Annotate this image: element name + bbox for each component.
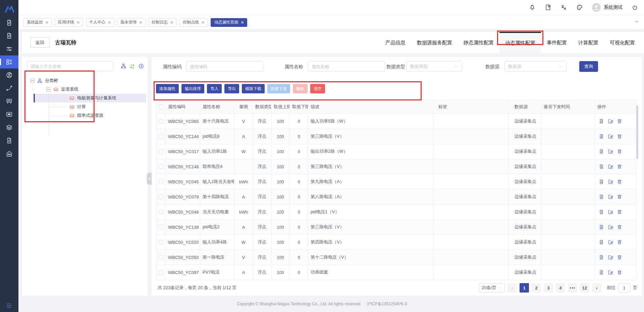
dispatch-icon[interactable] <box>599 164 604 169</box>
row-checkbox[interactable] <box>159 225 163 229</box>
table-scrollbar[interactable] <box>636 105 638 159</box>
action-button-0[interactable]: 添加属性 <box>156 84 179 93</box>
theme-palette-icon[interactable] <box>576 4 583 11</box>
page-ellipsis[interactable]: ••• <box>568 283 577 293</box>
tabs-collapse-chevron-icon[interactable] <box>634 19 639 24</box>
dispatch-icon[interactable] <box>599 239 604 245</box>
action-button-3[interactable]: 导出 <box>224 84 239 93</box>
attr-code-input[interactable] <box>186 61 263 72</box>
sidebar-item-menu-user-add[interactable] <box>0 69 18 82</box>
power-icon[interactable] <box>632 4 638 11</box>
row-checkbox[interactable] <box>159 179 163 184</box>
dispatch-icon[interactable] <box>599 194 604 199</box>
config-nav-tab-5[interactable]: 计算配置 <box>573 32 604 53</box>
edit-icon[interactable] <box>608 134 613 139</box>
open-tab-3[interactable]: 版本管理✕ <box>117 18 146 27</box>
edit-icon[interactable] <box>608 119 613 124</box>
sidebar-item-menu-doc-2[interactable] <box>0 29 18 42</box>
close-icon[interactable]: ✕ <box>201 20 205 25</box>
config-nav-tab-1[interactable]: 数据源服务配置 <box>411 32 458 53</box>
config-nav-tab-4[interactable]: 事件配置 <box>541 32 573 53</box>
sidebar-item-menu-layers[interactable] <box>0 121 18 134</box>
row-checkbox[interactable] <box>159 270 163 275</box>
delete-icon[interactable] <box>617 149 622 154</box>
row-checkbox[interactable] <box>159 240 163 244</box>
delete-icon[interactable] <box>617 134 622 139</box>
page-button-3[interactable]: 3 <box>544 283 553 293</box>
row-checkbox[interactable] <box>159 134 163 139</box>
tree-node-0[interactable]: 分类树 <box>22 76 148 85</box>
username[interactable]: 系统测试 <box>604 4 623 10</box>
close-icon[interactable]: ✕ <box>139 20 142 25</box>
prev-page-button[interactable]: ‹ <box>507 283 517 293</box>
close-icon[interactable]: ✕ <box>170 20 173 25</box>
edit-icon[interactable] <box>608 209 613 215</box>
back-button[interactable]: 返回 <box>30 37 50 48</box>
goto-page-input[interactable] <box>618 283 630 293</box>
sidebar-item-menu-grid[interactable] <box>0 55 18 69</box>
edit-icon[interactable] <box>608 270 613 275</box>
tree-node-2[interactable]: 电能测量与计量系统 <box>22 94 148 102</box>
row-checkbox[interactable] <box>159 164 163 169</box>
tree-node-1[interactable]: 逆变系统 <box>22 85 148 94</box>
sidebar-item-menu-billboard[interactable] <box>0 95 18 108</box>
page-button-12[interactable]: 12 <box>580 283 589 293</box>
avatar[interactable] <box>592 3 601 12</box>
query-button[interactable]: 查询 <box>579 61 598 72</box>
delete-icon[interactable] <box>617 119 622 124</box>
edit-icon[interactable] <box>608 194 613 199</box>
page-button-4[interactable]: 4 <box>556 283 565 293</box>
close-icon[interactable]: ✕ <box>45 20 49 25</box>
config-nav-tab-6[interactable]: 可视化配置 <box>604 32 641 53</box>
collapse-expander-icon[interactable] <box>30 79 35 83</box>
action-button-4[interactable]: 模版下载 <box>242 84 265 93</box>
open-tab-6[interactable]: 动态属性页面✕ <box>211 18 247 27</box>
data-source-select[interactable]: 数据源 <box>504 61 567 72</box>
document-icon[interactable] <box>545 4 551 11</box>
row-checkbox[interactable] <box>159 255 163 260</box>
dispatch-icon[interactable] <box>599 209 604 215</box>
bell-icon[interactable] <box>529 4 536 11</box>
sidebar-item-menu-monitor[interactable] <box>0 108 18 121</box>
collapse-expander-icon[interactable] <box>46 87 51 92</box>
close-icon[interactable]: ✕ <box>76 20 80 25</box>
row-checkbox[interactable] <box>159 119 163 124</box>
sidebar-item-menu-sliders[interactable] <box>0 42 18 55</box>
delete-icon[interactable] <box>617 164 622 169</box>
data-type-select[interactable]: 数据类型 <box>407 61 462 72</box>
action-button-1[interactable]: 输出排序 <box>181 84 204 93</box>
dispatch-icon[interactable] <box>599 134 604 139</box>
edit-icon[interactable] <box>608 224 613 230</box>
config-nav-tab-3[interactable]: 动态属性配置 <box>499 32 541 53</box>
dispatch-icon[interactable] <box>599 119 604 124</box>
open-tab-1[interactable]: 应用详情✕ <box>55 18 83 27</box>
tree-structure-icon[interactable] <box>120 63 126 69</box>
close-icon[interactable]: ✕ <box>108 20 111 25</box>
delete-icon[interactable] <box>617 209 622 215</box>
dispatch-icon[interactable] <box>599 179 604 184</box>
row-checkbox[interactable] <box>159 149 163 154</box>
add-node-icon[interactable] <box>138 63 144 69</box>
edit-icon[interactable] <box>608 255 613 260</box>
dispatch-icon[interactable] <box>599 255 604 260</box>
translate-icon[interactable] <box>560 4 567 11</box>
edit-icon[interactable] <box>608 239 613 245</box>
sidebar-item-menu-route[interactable] <box>0 82 18 95</box>
row-checkbox[interactable] <box>159 210 163 214</box>
row-checkbox[interactable] <box>159 194 163 199</box>
sidebar-collapse-icon[interactable] <box>0 302 18 309</box>
sidebar-item-menu-doc-3[interactable] <box>0 134 18 147</box>
tree-node-4[interactable]: 组串式逆变器 <box>22 111 148 120</box>
delete-icon[interactable] <box>617 224 622 230</box>
panel-collapse-handle[interactable] <box>147 173 152 185</box>
tree-search-input[interactable] <box>27 61 113 71</box>
page-button-2[interactable]: 2 <box>532 283 541 293</box>
app-logo[interactable] <box>0 0 18 18</box>
delete-icon[interactable] <box>617 194 622 199</box>
edit-icon[interactable] <box>608 149 613 154</box>
config-nav-tab-0[interactable]: 产品信息 <box>380 32 411 53</box>
open-tab-2[interactable]: 个人中心✕ <box>86 18 114 27</box>
close-icon[interactable]: ✕ <box>240 20 244 25</box>
config-nav-tab-2[interactable]: 静态属性配置 <box>458 32 499 53</box>
sidebar-item-menu-doc-1[interactable] <box>0 16 18 29</box>
